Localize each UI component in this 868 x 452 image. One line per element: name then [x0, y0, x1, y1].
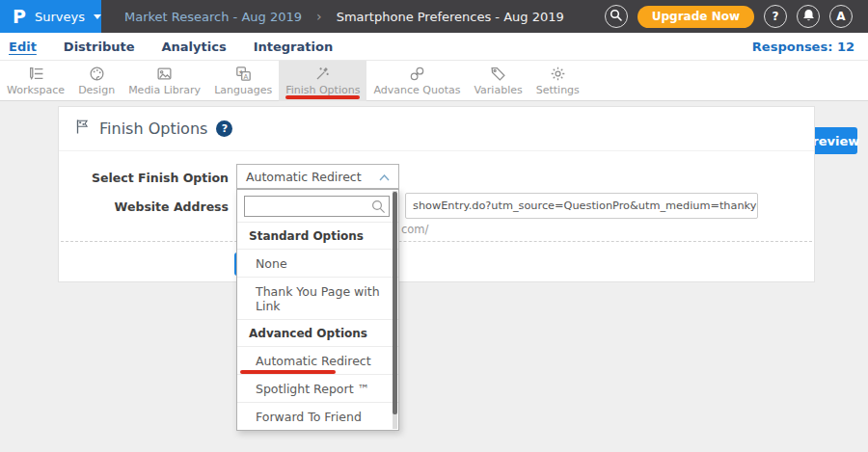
- bell-icon: [802, 9, 815, 25]
- media-library-icon: [156, 66, 173, 82]
- breadcrumb: Market Research - Aug 2019 › Smartphone …: [124, 9, 564, 24]
- card-header: Finish Options ?: [59, 107, 814, 151]
- product-menu[interactable]: P Surveys: [0, 0, 101, 33]
- account-avatar[interactable]: A: [829, 5, 853, 28]
- search-button[interactable]: [605, 5, 628, 28]
- toolbar-items: WorkspaceDesignMedia LibraryA★LanguagesF…: [0, 61, 868, 101]
- responses-count[interactable]: Responses: 12: [752, 40, 854, 54]
- toolbar-item-variables[interactable]: Variables: [467, 61, 529, 101]
- languages-icon: A★: [235, 66, 252, 82]
- finish-options-wand-icon: [314, 66, 331, 82]
- toolbar-item-label: Workspace: [7, 84, 65, 96]
- dropdown-group-standard-options: Standard Options: [237, 222, 398, 249]
- toolbar-item-label: Media Library: [128, 84, 201, 96]
- toolbar-item-label: Languages: [214, 84, 272, 96]
- advance-quotas-chain-icon: [409, 66, 425, 82]
- website-address-label: Website Address: [74, 199, 229, 214]
- tab-integration[interactable]: Integration: [254, 40, 333, 54]
- toolbar-item-advance-quotas[interactable]: Advance Quotas: [366, 61, 467, 101]
- nav-tabs-row: EditDistributeAnalyticsIntegration Respo…: [0, 33, 868, 61]
- dropdown-option-spotlight-report[interactable]: Spotlight Report ™: [237, 374, 398, 402]
- variables-tag-icon: [490, 66, 506, 82]
- dropdown-scrollbar-thumb[interactable]: [393, 192, 397, 414]
- toolbar-item-design[interactable]: Design: [71, 61, 122, 101]
- website-address-input[interactable]: showEntry.do?utm_source=QuestionPro&utm_…: [405, 193, 758, 219]
- dropdown-option-thank-you-page-with-link[interactable]: Thank You Page with Link: [237, 277, 398, 319]
- product-menu-label: Surveys: [35, 10, 85, 24]
- search-icon: [610, 9, 622, 24]
- red-annotation-underline: [285, 95, 360, 99]
- help-circle-icon[interactable]: ?: [216, 120, 232, 137]
- website-helper-text: com/: [401, 223, 428, 236]
- settings-gear-icon: [550, 66, 566, 82]
- toolbar-item-media-library[interactable]: Media Library: [122, 61, 207, 101]
- breadcrumb-separator: ›: [316, 9, 322, 24]
- finish-option-selected-value: Automatic Redirect: [246, 170, 362, 184]
- finish-option-select[interactable]: Automatic Redirect: [236, 164, 399, 189]
- select-finish-option-label: Select Finish Option: [74, 171, 229, 185]
- toolbar-item-label: Advance Quotas: [373, 84, 460, 96]
- dropdown-option-none[interactable]: None: [237, 249, 398, 277]
- toolbar-item-label: Settings: [536, 84, 580, 96]
- dropdown-option-forward-to-friend[interactable]: Forward To Friend: [237, 402, 398, 430]
- dropdown-group-advanced-options: Advanced Options: [237, 319, 398, 346]
- caret-down-icon: [94, 14, 101, 19]
- help-button[interactable]: ?: [764, 5, 787, 28]
- toolbar-item-label: Design: [78, 84, 115, 96]
- questionpro-logo: P: [13, 8, 26, 26]
- notifications-button[interactable]: [797, 5, 820, 28]
- toolbar-item-languages[interactable]: A★Languages: [207, 61, 279, 101]
- toolbar-item-label: Variables: [474, 84, 522, 96]
- dropdown-option-automatic-redirect[interactable]: Automatic Redirect: [237, 346, 398, 374]
- topbar-actions: Upgrade Now ? A: [605, 0, 853, 33]
- breadcrumb-parent-link[interactable]: Market Research - Aug 2019: [124, 10, 302, 24]
- dropdown-option-list: Standard OptionsNoneThank You Page with …: [237, 222, 398, 431]
- tab-edit[interactable]: Edit: [9, 40, 37, 54]
- workspace-icon: [28, 66, 44, 82]
- finish-option-dropdown: Standard OptionsNoneThank You Page with …: [236, 189, 399, 431]
- section-divider: [61, 241, 812, 242]
- page-title: Finish Options: [99, 120, 207, 138]
- toolbar-item-finish-options[interactable]: Finish Options: [279, 61, 366, 101]
- dropdown-search-input[interactable]: [244, 196, 390, 217]
- design-palette-icon: [89, 66, 105, 82]
- top-bar: P Surveys Market Research - Aug 2019 › S…: [0, 0, 868, 33]
- tab-distribute[interactable]: Distribute: [64, 40, 135, 54]
- nav-tabs: EditDistributeAnalyticsIntegration: [0, 40, 333, 54]
- edit-toolbar: WorkspaceDesignMedia LibraryA★LanguagesF…: [0, 61, 868, 101]
- svg-text:A: A: [243, 73, 248, 81]
- checkered-flag-icon: [74, 119, 91, 139]
- toolbar-item-settings[interactable]: Settings: [529, 61, 586, 101]
- dropdown-option-review-print[interactable]: Review/Print: [237, 430, 398, 431]
- svg-text:★: ★: [238, 68, 244, 76]
- breadcrumb-current: Smartphone Preferences - Aug 2019: [337, 10, 564, 24]
- app-window: P Surveys Market Research - Aug 2019 › S…: [0, 0, 868, 452]
- upgrade-now-button[interactable]: Upgrade Now: [637, 6, 754, 28]
- toolbar-item-workspace[interactable]: Workspace: [0, 61, 71, 101]
- dropdown-search-wrap: [244, 196, 390, 217]
- tab-analytics[interactable]: Analytics: [162, 40, 227, 54]
- dropdown-scrollbar-track[interactable]: [393, 191, 397, 429]
- chevron-up-icon: [379, 170, 390, 184]
